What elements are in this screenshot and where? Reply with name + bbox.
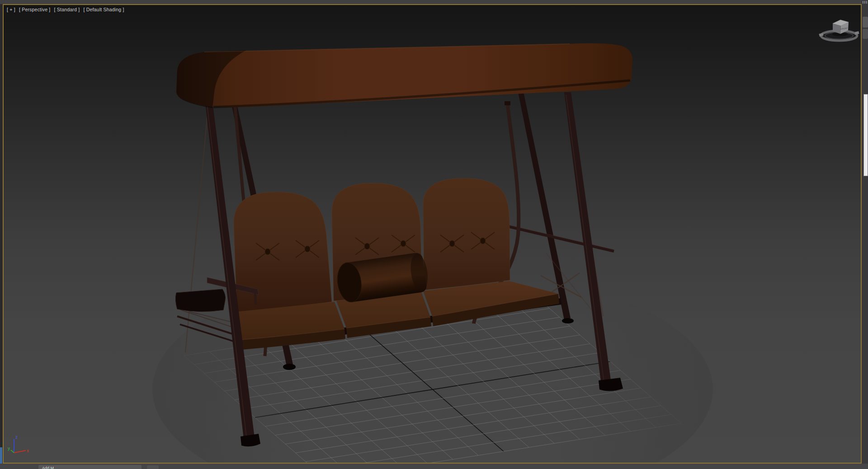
viewport-menu-general[interactable]: [ + ] [7,7,15,12]
left-brace-rod [185,108,208,352]
panel-partial-button[interactable] [863,29,868,39]
perspective-viewport[interactable]: [ + ] [ Perspective ] [ Standard ] [ Def… [4,5,861,463]
top-chrome-strip [0,0,868,4]
bottom-bar-small-button[interactable] [147,465,159,469]
panel-scrollbar-thumb[interactable] [863,94,868,176]
y-axis-label: y [8,446,10,451]
bottom-bar: Add M [0,464,868,469]
viewport-label: [ + ] [ Perspective ] [ Standard ] [ Def… [7,7,127,12]
left-chrome-strip [0,4,3,469]
3d-app-window: Add M [ + ] [ Perspective ] [ Standard ]… [0,0,868,469]
viewport-canvas[interactable]: z x y FRONT [4,5,861,463]
left-side-tray [175,289,225,312]
viewport-menu-shading[interactable]: [ Default Shading ] [83,7,124,12]
axis-tripod-gizmo: z x y [8,435,29,453]
x-axis-label: x [27,448,29,453]
viewport-layout-tab[interactable] [0,447,2,464]
x-axis-line [14,450,26,453]
canopy [176,43,632,108]
y-axis-line [11,450,14,453]
panel-tiny-text [863,1,868,4]
command-panel-edge [862,0,868,469]
z-axis-label: z [15,435,18,440]
panel-partial-button[interactable] [863,17,868,28]
viewport-menu-renderer[interactable]: [ Standard ] [54,7,80,12]
back-cushion-right [423,178,510,290]
viewport-menu-pov[interactable]: [ Perspective ] [19,7,51,12]
back-cushion-left [234,192,332,313]
viewcube[interactable]: FRONT [819,20,859,41]
add-modifier-button[interactable]: Add M [38,465,142,469]
